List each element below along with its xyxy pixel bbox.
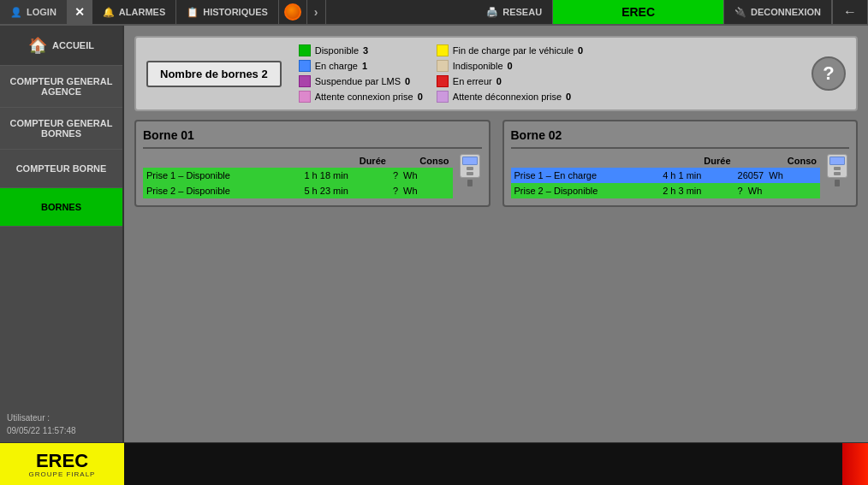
status-dot-circle bbox=[284, 3, 301, 21]
top-navigation: 👤 LOGIN ✕ 🔔 ALARMES 📋 HISTORIQUES › 🖨️ R… bbox=[0, 0, 868, 26]
charger-btn bbox=[467, 167, 473, 170]
nav-close[interactable]: ✕ bbox=[68, 0, 92, 24]
table-row[interactable]: Prise 1 – Disponible 1 h 18 min ? Wh bbox=[143, 168, 453, 183]
datetime-display: 09/05/22 11:57:48 bbox=[7, 426, 116, 435]
legend-attente-deconnexion-count: 0 bbox=[566, 92, 571, 102]
borne-01-card: Borne 01 Durée Conso bbox=[134, 120, 490, 207]
sidebar-bottom: Utilisateur : 09/05/22 11:57:48 bbox=[0, 406, 122, 442]
borne-01-prise2-duree: 5 h 23 min bbox=[300, 183, 389, 198]
borne-count-box: Nombre de bornes 2 bbox=[146, 61, 282, 87]
borne-01-prise1-duree: 1 h 18 min bbox=[300, 168, 389, 183]
nav-historiques-label: HISTORIQUES bbox=[203, 7, 268, 17]
dot-attente-deconnexion bbox=[437, 91, 449, 103]
dot-fin-charge bbox=[437, 44, 449, 56]
sidebar-accueil-label: ACCUEIL bbox=[52, 40, 94, 50]
legend-indisponible-label: Indisponible bbox=[453, 61, 503, 71]
reseau-icon: 🖨️ bbox=[486, 7, 498, 18]
borne-02-prise2-label: Prise 2 – Disponible bbox=[511, 183, 660, 198]
legend-attente-deconnexion-label: Attente déconnexion prise bbox=[453, 92, 562, 102]
sidebar-bornes-label: BORNES bbox=[41, 202, 81, 212]
legend-en-charge-label: En charge bbox=[315, 61, 358, 71]
help-icon: ? bbox=[823, 62, 834, 85]
table-row[interactable]: Prise 1 – En charge 4 h 1 min 26057 Wh bbox=[511, 168, 821, 183]
deconnexion-icon: 🔌 bbox=[734, 7, 746, 18]
borne-02-table-wrap: Durée Conso Prise 1 – En charge 4 h 1 mi… bbox=[511, 154, 821, 198]
legend-disponible: Disponible 3 bbox=[299, 44, 423, 56]
borne-02-prise2-duree: 2 h 3 min bbox=[659, 183, 734, 198]
table-row[interactable]: Prise 2 – Disponible 5 h 23 min ? Wh bbox=[143, 183, 453, 198]
borne-01-prise1-conso: ? Wh bbox=[389, 168, 453, 183]
nav-login[interactable]: 👤 LOGIN bbox=[0, 0, 68, 24]
borne-01-table: Durée Conso Prise 1 – Disponible 1 h 18 … bbox=[143, 154, 453, 198]
borne-01-col-duree: Durée bbox=[300, 154, 389, 168]
sidebar-cgb-label: COMPTEUR GENERAL BORNES bbox=[7, 118, 116, 139]
legend-indisponible: Indisponible 0 bbox=[437, 60, 583, 72]
legend-fin-charge: Fin de charge par le véhicule 0 bbox=[437, 44, 583, 56]
charger-btn2 bbox=[467, 172, 473, 175]
legend-indisponible-count: 0 bbox=[508, 61, 513, 71]
nav-arrow-right[interactable]: › bbox=[307, 0, 326, 24]
erec-logo-text: EREC bbox=[36, 452, 88, 470]
sidebar-cb-label: COMPTEUR BORNE bbox=[16, 163, 107, 174]
bottom-content bbox=[124, 443, 842, 485]
erec-logo: EREC GROUPE FIRALP bbox=[0, 443, 124, 485]
alarm-icon: 🔔 bbox=[103, 7, 115, 18]
login-icon: 👤 bbox=[10, 7, 22, 18]
sidebar-item-bornes[interactable]: BORNES bbox=[0, 188, 122, 227]
sidebar-item-compteur-borne[interactable]: COMPTEUR BORNE bbox=[0, 150, 122, 188]
legend-col-2: Fin de charge par le véhicule 0 Indispon… bbox=[437, 44, 583, 103]
dot-attente-connexion bbox=[299, 91, 311, 103]
borne-02-table: Durée Conso Prise 1 – En charge 4 h 1 mi… bbox=[511, 154, 821, 198]
sidebar-item-accueil[interactable]: 🏠 ACCUEIL bbox=[0, 26, 122, 66]
borne-02-card: Borne 02 Durée Conso bbox=[502, 120, 859, 207]
borne-01-col-conso: Conso bbox=[389, 154, 453, 168]
borne-01-prise1-label: Prise 1 – Disponible bbox=[143, 168, 300, 183]
borne-02-col-duree: Durée bbox=[659, 154, 734, 168]
borne-count-label: Nombre de bornes bbox=[160, 68, 259, 80]
borne-01-charger-image bbox=[458, 154, 482, 186]
nav-deconnexion-label: DECONNEXION bbox=[751, 7, 821, 17]
sidebar-item-compteur-general-bornes[interactable]: COMPTEUR GENERAL BORNES bbox=[0, 108, 122, 150]
nav-status-dot[interactable] bbox=[279, 0, 307, 24]
status-bar: Nombre de bornes 2 Disponible 3 En charg… bbox=[134, 36, 858, 111]
borne-02-prise1-label: Prise 1 – En charge bbox=[511, 168, 660, 183]
charger-body-2 bbox=[827, 154, 847, 178]
charger-screen-2 bbox=[829, 157, 845, 165]
bottom-red-indicator bbox=[842, 443, 868, 485]
table-row[interactable]: Prise 2 – Disponible 2 h 3 min ? Wh bbox=[511, 183, 821, 198]
legend-disponible-label: Disponible bbox=[315, 45, 359, 56]
borne-02-divider bbox=[511, 147, 850, 149]
borne-01-prise2-conso: ? Wh bbox=[389, 183, 453, 198]
help-button[interactable]: ? bbox=[812, 56, 846, 91]
borne-02-col-prise bbox=[511, 154, 660, 168]
charger-screen bbox=[462, 157, 478, 165]
sidebar-item-compteur-general-agence[interactable]: COMPTEUR GENERAL AGENCE bbox=[0, 66, 122, 108]
legend-col-1: Disponible 3 En charge 1 Suspendue par L… bbox=[299, 44, 423, 103]
nav-erec[interactable]: EREC bbox=[553, 0, 724, 24]
dot-suspendue bbox=[299, 75, 311, 87]
legend-en-erreur-label: En erreur bbox=[453, 76, 492, 86]
legend-attente-deconnexion: Attente déconnexion prise 0 bbox=[437, 91, 583, 103]
nav-reseau[interactable]: 🖨️ RESEAU bbox=[476, 0, 553, 24]
nav-alarmes[interactable]: 🔔 ALARMES bbox=[92, 0, 176, 24]
charger-plug-2 bbox=[835, 180, 840, 186]
dot-disponible bbox=[299, 44, 311, 56]
borne-01-content: Durée Conso Prise 1 – Disponible 1 h 18 … bbox=[143, 154, 482, 198]
borne-02-col-conso: Conso bbox=[734, 154, 820, 168]
borne-02-content: Durée Conso Prise 1 – En charge 4 h 1 mi… bbox=[511, 154, 850, 198]
nav-reseau-label: RESEAU bbox=[502, 7, 542, 17]
nav-historiques[interactable]: 📋 HISTORIQUES bbox=[176, 0, 279, 24]
borne-02-prise1-conso: 26057 Wh bbox=[734, 168, 820, 183]
borne-02-title: Borne 02 bbox=[511, 128, 850, 142]
sidebar-cga-label: COMPTEUR GENERAL AGENCE bbox=[7, 76, 116, 97]
charger-body bbox=[460, 154, 480, 178]
dot-en-charge bbox=[299, 60, 311, 72]
borne-02-prise1-duree: 4 h 1 min bbox=[659, 168, 734, 183]
utilisateur-label: Utilisateur : bbox=[7, 413, 116, 423]
borne-01-col-prise bbox=[143, 154, 300, 168]
nav-login-label: LOGIN bbox=[27, 7, 56, 17]
legend-suspendue: Suspendue par LMS 0 bbox=[299, 75, 423, 87]
nav-back[interactable]: ← bbox=[832, 0, 868, 24]
nav-deconnexion[interactable]: 🔌 DECONNEXION bbox=[724, 0, 832, 24]
erec-groupe-text: GROUPE FIRALP bbox=[29, 470, 96, 478]
